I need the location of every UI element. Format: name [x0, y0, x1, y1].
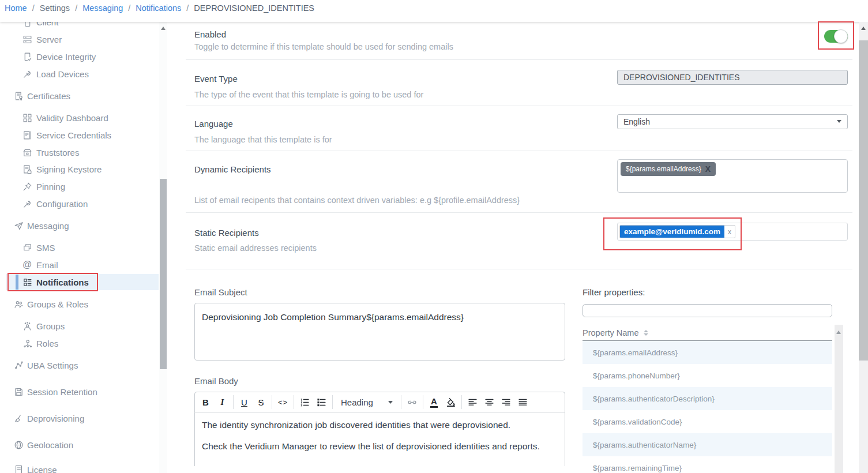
signing-keystore-icon: [22, 164, 32, 174]
toggle-knob: [834, 29, 848, 43]
breadcrumb-current: DEPROVISIONED_IDENTITIES: [194, 3, 314, 13]
enabled-row: Enabled Toggle to determine if this temp…: [186, 22, 852, 60]
roles-icon: [22, 338, 32, 348]
email-body-paragraph: Check the Veridium Manager to review the…: [202, 440, 558, 453]
sidebar-item-groups[interactable]: Groups: [0, 318, 159, 334]
event-type-label: Event Type: [194, 74, 600, 84]
scroll-up-arrow-icon[interactable]: [836, 331, 841, 334]
sidebar-item-notifications[interactable]: Notifications: [6, 274, 159, 290]
sidebar-item-service-credentials[interactable]: Service Credentials: [0, 127, 159, 143]
toolbar-divider: [272, 395, 272, 409]
breadcrumb-messaging[interactable]: Messaging: [82, 3, 123, 13]
property-row[interactable]: ${params.authenticatorDescription}: [583, 387, 832, 410]
language-selected-value: English: [623, 117, 650, 126]
service-credentials-icon: [22, 130, 32, 140]
italic-button[interactable]: I: [214, 394, 231, 410]
sidebar-scrollbar[interactable]: [159, 22, 167, 473]
property-row[interactable]: ${params.authenticatorName}: [583, 433, 832, 456]
uba-settings-icon: [13, 360, 24, 370]
toolbar-divider: [461, 395, 462, 409]
property-row[interactable]: ${params.emailAddress}: [583, 341, 832, 364]
sidebar-item-email[interactable]: @ Email: [0, 257, 159, 273]
sidebar-item-license[interactable]: License: [0, 461, 159, 473]
scroll-up-arrow-icon[interactable]: [861, 27, 866, 30]
sidebar-item-server[interactable]: Server: [0, 31, 159, 47]
sidebar-scrollbar-thumb[interactable]: [160, 179, 167, 369]
breadcrumb-settings: Settings: [40, 3, 70, 13]
align-right-button[interactable]: [498, 394, 514, 410]
link-button[interactable]: [404, 394, 420, 410]
dynamic-recipients-label: Dynamic Recipients: [194, 164, 600, 174]
sidebar-item-messaging[interactable]: Messaging: [0, 217, 159, 234]
at-sign-icon: @: [22, 260, 32, 270]
sidebar-item-configuration[interactable]: Configuration: [0, 196, 159, 212]
dynamic-recipient-chip: ${params.emailAddress} X: [621, 162, 716, 176]
sidebar-item-signing-keystore[interactable]: Signing Keystore: [0, 161, 159, 177]
page-scrollbar-thumb[interactable]: [859, 40, 868, 361]
sidebar-item-geolocation[interactable]: Geolocation: [0, 437, 159, 453]
breadcrumb-notifications[interactable]: Notifications: [136, 3, 181, 13]
language-label: Language: [194, 119, 600, 129]
email-subject-input[interactable]: Deprovisioning Job Completion Summary${p…: [194, 303, 565, 361]
device-integrity-icon: [22, 51, 32, 62]
email-body-label: Email Body: [194, 376, 565, 386]
license-icon: [13, 464, 24, 473]
sidebar-item-groups-roles[interactable]: Groups & Roles: [0, 296, 159, 312]
template-form: Enabled Toggle to determine if this temp…: [167, 22, 859, 473]
text-color-button[interactable]: A: [426, 394, 442, 410]
remove-chip-icon[interactable]: X: [705, 165, 711, 173]
property-row[interactable]: ${params.phoneNumber}: [583, 364, 832, 387]
sms-icon: [22, 242, 32, 253]
heading-dropdown[interactable]: Heading: [335, 397, 399, 407]
sidebar-item-roles[interactable]: Roles: [0, 335, 159, 351]
language-select[interactable]: English: [617, 114, 848, 129]
toolbar-divider: [233, 395, 234, 409]
breadcrumb-home[interactable]: Home: [5, 3, 27, 13]
sidebar-item-sms[interactable]: SMS: [0, 239, 159, 256]
sidebar-item-uba-settings[interactable]: UBA Settings: [0, 357, 159, 373]
align-left-button[interactable]: [464, 394, 481, 410]
sidebar-item-validity-dashboard[interactable]: Validity Dashboard: [0, 110, 159, 126]
ordered-list-button[interactable]: [296, 394, 313, 410]
underline-button[interactable]: U: [236, 394, 253, 410]
email-body-editor[interactable]: The identity synchronization job discove…: [194, 412, 565, 466]
sidebar-item-device-integrity[interactable]: Device Integrity: [0, 48, 159, 65]
sidebar-item-session-retention[interactable]: Session Retention: [0, 384, 159, 400]
align-center-button[interactable]: [481, 394, 498, 410]
sort-icon[interactable]: [644, 330, 648, 336]
bold-button[interactable]: B: [197, 394, 214, 410]
sidebar-item-truststores[interactable]: Truststores: [0, 144, 159, 160]
sidebar-item-client[interactable]: Client: [0, 22, 159, 30]
align-justify-button[interactable]: [514, 394, 531, 410]
property-name-header[interactable]: Property Name: [583, 325, 832, 341]
static-recipient-chip: example@veridiumid.com x: [619, 225, 735, 238]
strikethrough-button[interactable]: S: [253, 394, 269, 410]
sidebar-item-certificates[interactable]: Certificates: [0, 88, 159, 104]
sidebar-item-deprovisioning[interactable]: Deprovisioning: [0, 410, 159, 426]
dynamic-recipients-input[interactable]: ${params.emailAddress} X: [617, 159, 848, 193]
scroll-up-arrow-icon[interactable]: [161, 27, 166, 30]
toolbar-divider: [294, 395, 294, 409]
sidebar-item-load-devices[interactable]: Load Devices: [0, 66, 159, 82]
enabled-toggle[interactable]: [824, 30, 848, 43]
language-row: Language The language that this template…: [186, 106, 852, 151]
properties-table-scrollbar[interactable]: [835, 325, 843, 473]
remove-chip-icon[interactable]: x: [724, 226, 735, 238]
sidebar-item-pinning[interactable]: Pinning: [0, 178, 159, 194]
toolbar-divider: [332, 395, 333, 409]
sidebar: Client Server Device Integrity Load Devi…: [0, 22, 159, 473]
background-color-button[interactable]: [442, 394, 459, 410]
paper-plane-icon: [13, 220, 24, 231]
truststores-icon: [22, 147, 32, 157]
static-recipients-input[interactable]: example@veridiumid.com x: [617, 223, 848, 241]
page-scrollbar[interactable]: [859, 22, 868, 473]
property-row[interactable]: ${params.validationCode}: [583, 410, 832, 433]
property-row[interactable]: ${params.remainingTime}: [583, 456, 832, 473]
email-subject-label: Email Subject: [194, 287, 565, 297]
event-type-description: The type of the event that this template…: [194, 90, 600, 99]
chevron-down-icon: [837, 120, 841, 123]
notifications-icon: [22, 277, 32, 287]
filter-properties-input[interactable]: [583, 304, 832, 317]
unordered-list-button[interactable]: [313, 394, 330, 410]
code-button[interactable]: <>: [275, 394, 291, 410]
